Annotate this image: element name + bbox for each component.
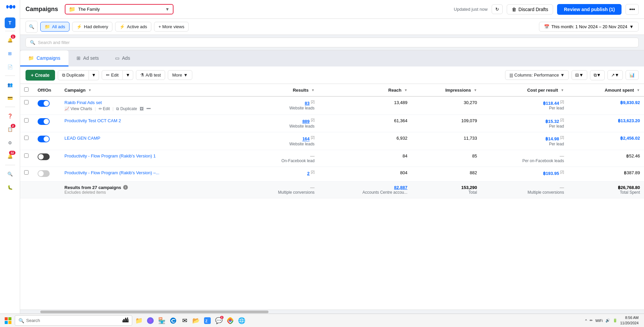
sidebar-item-pages[interactable]: 📄 — [4, 61, 16, 73]
row-toggle-cell[interactable] — [34, 96, 60, 115]
row-toggle-cell[interactable] — [34, 132, 60, 150]
help-icon: ❓ — [7, 113, 13, 119]
tab-adsets[interactable]: ⊞ Ad sets — [68, 50, 107, 66]
sidebar-item-billing[interactable]: 💳 — [4, 92, 16, 104]
info-icon[interactable]: i — [123, 185, 128, 190]
account-selector[interactable]: 📁 The Family ▼ — [65, 4, 174, 14]
duplicate-dropdown-button[interactable]: ▼ — [89, 70, 99, 80]
edit-button[interactable]: ✏ Edit — [102, 70, 123, 80]
row-checkbox-cell[interactable] — [20, 96, 34, 115]
sidebar-divider-2 — [5, 76, 15, 76]
sidebar-item-alerts[interactable]: 🔔 32 — [4, 150, 16, 162]
toggle-column-header: Off/On — [34, 84, 60, 96]
row-checkbox-cell[interactable] — [20, 132, 34, 150]
duplicate-action[interactable]: ⧉ Duplicate — [116, 106, 137, 111]
tab-ads[interactable]: ▭ Ads — [107, 50, 138, 66]
more-action[interactable]: ••• — [146, 106, 151, 111]
sidebar-item-notification[interactable]: 🔔 1 — [4, 34, 16, 46]
select-all-checkbox[interactable] — [24, 87, 29, 92]
horizontal-scrollbar[interactable] — [20, 310, 644, 314]
sidebar-item-campaigns[interactable]: ⊞ — [4, 47, 16, 59]
discard-drafts-button[interactable]: 🗑 Discard Drafts — [507, 4, 553, 14]
row-toggle-cell[interactable] — [34, 150, 60, 167]
publish-button[interactable]: Review and publish (1) — [557, 4, 622, 15]
edit-icon: ✏ — [99, 106, 102, 111]
cost-column-header[interactable]: Cost per result ▼ — [481, 84, 568, 96]
campaign-name-link[interactable]: Productivity - Flow Program (Rakib's Ver… — [64, 170, 237, 175]
sidebar-item-help[interactable]: ❓ — [4, 110, 16, 122]
table-header-row: Off/On Campaign ▼ Results ▼ — [20, 84, 644, 96]
search-filter-input[interactable]: 🔍 Search and filter — [26, 38, 639, 47]
pages-icon: 📄 — [7, 64, 13, 69]
campaign-name-link[interactable]: Productivity - Flow Program (Rakib's Ver… — [64, 153, 237, 158]
row-checkbox[interactable] — [24, 170, 29, 175]
row-cost-cell: ฿118.44 [2] Per lead — [481, 96, 568, 115]
sidebar-item-search[interactable]: 🔍 — [4, 168, 16, 180]
topbar-more-button[interactable]: ••• — [626, 4, 639, 15]
row-checkbox[interactable] — [24, 118, 29, 123]
campaign-name-link[interactable]: LEAD GEN CAMP — [64, 136, 237, 141]
table-row: Productivity Test OCT CAM 2 889 [2] Webs… — [20, 115, 644, 132]
account-avatar[interactable]: T — [5, 17, 15, 28]
duplicate-button[interactable]: ⧉ Duplicate — [58, 70, 89, 80]
grid-icon: ⊞ — [8, 51, 12, 56]
row-toggle-cell[interactable] — [34, 115, 60, 132]
row-amount-cell: ฿13,623.20 — [568, 115, 644, 132]
duplicate-btn-group: ⧉ Duplicate ▼ — [58, 70, 99, 80]
report-button[interactable]: ⧉ ▼ — [590, 70, 605, 80]
campaign-toggle[interactable] — [38, 100, 50, 107]
sidebar-item-debug[interactable]: 🐛 — [4, 181, 16, 193]
more-views-button[interactable]: + More views — [154, 22, 189, 32]
all-ads-filter[interactable]: 📁 All ads — [40, 22, 69, 32]
results-column-header[interactable]: Results ▼ — [241, 84, 318, 96]
row-checkbox[interactable] — [24, 136, 29, 140]
active-lightning-icon: ⚡ — [119, 24, 125, 29]
reach-column-header[interactable]: Reach ▼ — [318, 84, 411, 96]
sidebar-item-reports[interactable]: 📋 2 — [4, 123, 16, 135]
updated-status: Updated just now — [454, 7, 487, 12]
amount-column-header[interactable]: Amount spent ▼ — [568, 84, 644, 96]
edit-action[interactable]: ✏ Edit — [99, 106, 110, 111]
columns-button[interactable]: ||| Columns: Performance ▼ — [505, 70, 569, 80]
row-toggle-cell[interactable] — [34, 167, 60, 181]
refresh-button[interactable]: ↻ — [492, 4, 503, 14]
campaign-column-header[interactable]: Campaign ▼ — [60, 84, 241, 96]
impressions-column-header[interactable]: Impressions ▼ — [411, 84, 481, 96]
row-checkbox-cell[interactable] — [20, 167, 34, 181]
ellipsis-icon: ••• — [146, 106, 151, 111]
search-toggle-button[interactable]: 🔍 — [26, 21, 38, 33]
active-ads-filter[interactable]: ⚡ Active ads — [115, 22, 151, 32]
had-delivery-filter[interactable]: ⚡ Had delivery — [72, 22, 112, 32]
search-icon: 🔍 — [7, 172, 13, 177]
export-button[interactable]: ↗ ▼ — [607, 70, 623, 80]
date-range-picker[interactable]: 📅 This month: 1 Nov 2024 – 20 Nov 2024 ▼ — [539, 22, 639, 32]
sidebar-item-audience[interactable]: 👥 — [4, 79, 16, 91]
row-checkbox-cell[interactable] — [20, 150, 34, 167]
tab-campaigns[interactable]: 📁 Campaigns — [20, 50, 68, 66]
row-impressions-cell: 85 — [411, 150, 481, 167]
create-button[interactable]: + Create — [26, 70, 55, 81]
campaign-toggle[interactable] — [38, 170, 50, 177]
chart-button[interactable]: 📊 — [626, 70, 639, 80]
campaign-toggle[interactable] — [38, 118, 50, 125]
row-checkbox-cell[interactable] — [20, 115, 34, 132]
folder-icon: 📁 — [69, 6, 76, 12]
edit-dropdown-button[interactable]: ▼ — [123, 70, 133, 80]
sort-arrow-icon: ▼ — [474, 88, 477, 92]
view-charts-action[interactable]: 📈 View Charts — [64, 106, 92, 111]
campaign-name-link[interactable]: Productivity Test OCT CAM 2 — [64, 118, 237, 123]
more-button[interactable]: More ▼ — [168, 70, 192, 80]
campaign-name-link[interactable]: Rakib Final Ads set — [64, 100, 237, 105]
sidebar-item-settings[interactable]: ⚙ — [4, 137, 16, 149]
account-input[interactable] — [102, 7, 161, 12]
campaign-toggle[interactable] — [38, 153, 50, 160]
scrollbar-thumb[interactable] — [40, 311, 268, 313]
breakdown-button[interactable]: ⊟ ▼ — [572, 70, 587, 80]
abtest-icon: ⚗ — [140, 73, 144, 78]
row-checkbox[interactable] — [24, 153, 29, 158]
ab-test-button[interactable]: ⚗ A/B test — [136, 70, 165, 80]
image-action[interactable]: 🖼 — [140, 106, 144, 111]
select-all-header[interactable] — [20, 84, 34, 96]
row-checkbox[interactable] — [24, 100, 29, 104]
campaign-toggle[interactable] — [38, 136, 50, 142]
